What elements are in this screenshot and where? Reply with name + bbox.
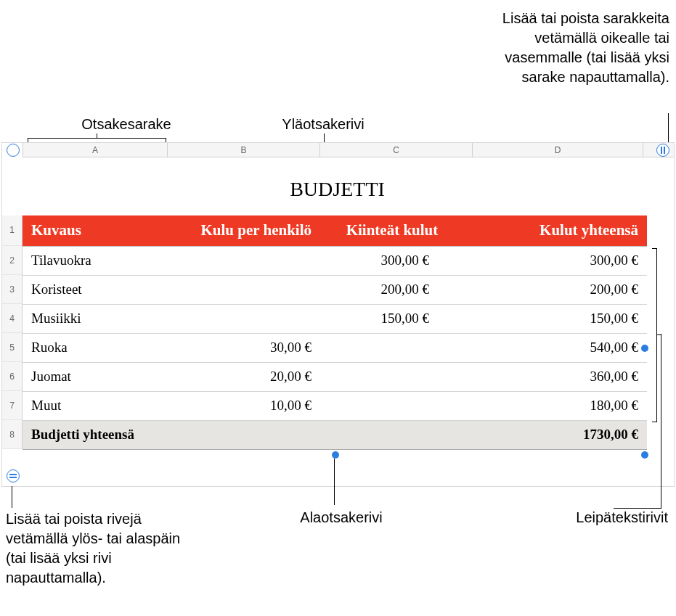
header-kulut-yhteensa[interactable]: Kulut yhteensä xyxy=(473,215,647,246)
row-header-5[interactable]: 5 xyxy=(2,333,22,362)
table-row[interactable]: Koristeet 200,00 € 200,00 € xyxy=(23,275,647,304)
callout-add-rows: Lisää tai poista rivejä vetämällä ylös- … xyxy=(6,509,195,588)
brace-line xyxy=(652,422,656,422)
column-header-C[interactable]: C xyxy=(320,143,473,157)
selection-handle-dot[interactable] xyxy=(332,451,339,459)
cell-per[interactable] xyxy=(168,275,320,304)
spreadsheet-frame: A B C D 1 2 3 4 5 6 7 8 BUDJETTI Kuvaus … xyxy=(1,142,675,487)
cell-total[interactable]: 540,00 € xyxy=(473,333,647,362)
selection-handle-dot[interactable] xyxy=(641,345,648,352)
callout-header-row: Yläotsakerivi xyxy=(258,115,388,134)
footer-total[interactable]: 1730,00 € xyxy=(473,420,647,449)
row-header-6[interactable]: 6 xyxy=(2,362,22,391)
callout-line xyxy=(334,459,335,505)
cell-total[interactable]: 180,00 € xyxy=(473,391,647,420)
cell-fixed[interactable]: 150,00 € xyxy=(320,304,473,333)
cell-per[interactable]: 10,00 € xyxy=(168,391,320,420)
header-kulu-per-henkilo[interactable]: Kulu per henkilö xyxy=(168,215,320,246)
cell-desc[interactable]: Musiikki xyxy=(23,304,168,333)
callout-line xyxy=(668,113,669,142)
table-select-all-button[interactable] xyxy=(7,144,20,157)
cell-per[interactable] xyxy=(168,304,320,333)
table-row[interactable]: Juomat 20,00 € 360,00 € xyxy=(23,362,647,391)
header-kuvaus[interactable]: Kuvaus xyxy=(23,215,168,246)
table-title[interactable]: BUDJETTI xyxy=(23,178,652,201)
table-row[interactable]: Muut 10,00 € 180,00 € xyxy=(23,391,647,420)
cell-fixed[interactable] xyxy=(320,333,473,362)
add-row-handle[interactable] xyxy=(7,469,20,482)
callout-header-column: Otsakesarake xyxy=(46,115,206,134)
selection-handle-dot[interactable] xyxy=(641,451,648,459)
column-header-A[interactable]: A xyxy=(23,143,168,157)
budget-table: Kuvaus Kulu per henkilö Kiinteät kulut K… xyxy=(23,215,647,450)
cell-fixed[interactable]: 300,00 € xyxy=(320,246,473,275)
brace-line xyxy=(652,248,656,249)
callout-line xyxy=(97,134,97,138)
column-header-B[interactable]: B xyxy=(168,143,320,157)
table-row[interactable]: Tilavuokra 300,00 € 300,00 € xyxy=(23,246,647,275)
row-ruler[interactable]: 1 2 3 4 5 6 7 8 xyxy=(2,215,23,449)
callout-line xyxy=(12,486,12,508)
cell-per[interactable]: 30,00 € xyxy=(168,333,320,362)
cell-fixed[interactable] xyxy=(320,362,473,391)
cell-desc[interactable]: Ruoka xyxy=(23,333,168,362)
row-header-3[interactable]: 3 xyxy=(2,275,22,304)
cell-empty[interactable] xyxy=(320,420,473,449)
cell-fixed[interactable] xyxy=(320,391,473,420)
cell-total[interactable]: 300,00 € xyxy=(473,246,647,275)
cell-total[interactable]: 200,00 € xyxy=(473,275,647,304)
cell-total[interactable]: 360,00 € xyxy=(473,362,647,391)
brace-line xyxy=(656,248,657,422)
row-header-8[interactable]: 8 xyxy=(2,420,22,449)
add-column-handle[interactable] xyxy=(656,144,669,157)
row-header-4[interactable]: 4 xyxy=(2,304,22,333)
cell-empty[interactable] xyxy=(168,420,320,449)
cell-desc[interactable]: Koristeet xyxy=(23,275,168,304)
cell-fixed[interactable]: 200,00 € xyxy=(320,275,473,304)
callout-line xyxy=(661,334,661,508)
row-header-1[interactable]: 1 xyxy=(2,215,22,246)
table-footer-row[interactable]: Budjetti yhteensä 1730,00 € xyxy=(23,420,647,449)
cell-total[interactable]: 150,00 € xyxy=(473,304,647,333)
callout-line xyxy=(28,138,166,139)
callout-add-columns: Lisää tai poista sarakkeita vetämällä oi… xyxy=(471,9,669,87)
footer-label[interactable]: Budjetti yhteensä xyxy=(23,420,168,449)
row-header-2[interactable]: 2 xyxy=(2,246,22,275)
table-header-row[interactable]: Kuvaus Kulu per henkilö Kiinteät kulut K… xyxy=(23,215,647,246)
cell-desc[interactable]: Juomat xyxy=(23,362,168,391)
column-ruler[interactable]: A B C D xyxy=(23,143,674,157)
cell-desc[interactable]: Muut xyxy=(23,391,168,420)
header-kiinteat-kulut[interactable]: Kiinteät kulut xyxy=(320,215,473,246)
cell-per[interactable] xyxy=(168,246,320,275)
callout-footer-row: Alaotsakerivi xyxy=(283,508,399,527)
row-header-7[interactable]: 7 xyxy=(2,391,22,420)
cell-desc[interactable]: Tilavuokra xyxy=(23,246,168,275)
table-row[interactable]: Ruoka 30,00 € 540,00 € xyxy=(23,333,647,362)
callout-body-rows: Leipätekstirivit xyxy=(508,508,668,527)
cell-per[interactable]: 20,00 € xyxy=(168,362,320,391)
column-header-D[interactable]: D xyxy=(473,143,643,157)
table-row[interactable]: Musiikki 150,00 € 150,00 € xyxy=(23,304,647,333)
